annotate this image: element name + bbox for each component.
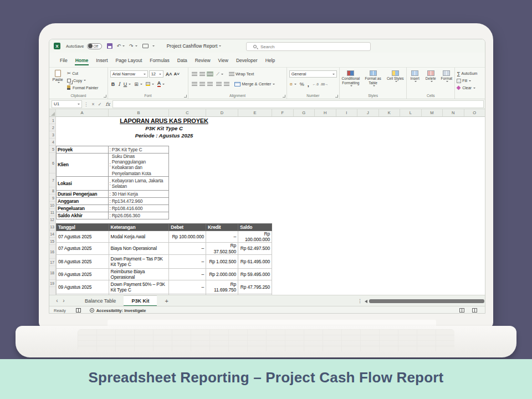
tab-home[interactable]: Home	[71, 58, 93, 67]
tab-help[interactable]: Help	[262, 58, 279, 67]
undo-icon[interactable]: ↶	[117, 43, 121, 49]
formula-input[interactable]	[112, 100, 484, 108]
tab-insert[interactable]: Insert	[92, 58, 111, 67]
sheet-grid[interactable]: 12345678910111213141516171819 LAPORAN AR…	[49, 117, 485, 295]
clipboard-dialog-launcher-icon[interactable]	[104, 95, 106, 98]
font-name-select[interactable]: Arial Narrow	[110, 70, 148, 78]
underline-icon[interactable]: U	[124, 81, 127, 87]
normal-view-icon[interactable]	[459, 308, 464, 313]
accounting-format-icon[interactable]: ¤	[290, 81, 293, 87]
name-box[interactable]: U1	[52, 100, 82, 108]
column-header-n[interactable]: N	[443, 109, 464, 116]
bottom-align-icon[interactable]	[207, 72, 213, 76]
cancel-entry-icon[interactable]: ×	[92, 101, 95, 107]
paste-button[interactable]: Paste	[49, 70, 66, 91]
orientation-icon[interactable]: ⟋	[216, 71, 219, 77]
column-header-m[interactable]: M	[422, 109, 443, 116]
document-title[interactable]: Project Cashflow Report	[167, 43, 222, 49]
column-header-l[interactable]: L	[400, 109, 422, 116]
tab-data[interactable]: Data	[173, 58, 191, 67]
row-header[interactable]: 17	[49, 259, 55, 266]
decrease-decimal-icon[interactable]: .00→	[320, 83, 328, 86]
column-header-h[interactable]: H	[315, 109, 336, 116]
sheet-tab-p3k-kit[interactable]: P3K Kit	[124, 295, 157, 306]
tab-review[interactable]: Review	[191, 58, 214, 67]
percent-icon[interactable]: %	[300, 81, 304, 87]
column-header-i[interactable]: I	[336, 109, 358, 116]
row-header[interactable]: 10	[49, 202, 55, 209]
grow-font-icon[interactable]: A˄	[166, 71, 172, 77]
qat-customize-icon[interactable]	[152, 45, 155, 47]
column-header-a[interactable]: A	[56, 109, 109, 116]
align-right-icon[interactable]	[207, 82, 213, 86]
row-header[interactable]: 2	[49, 124, 55, 131]
search-input[interactable]: Search	[246, 42, 371, 51]
tabbar-options-icon[interactable]: ⋮	[357, 298, 362, 304]
column-header-d[interactable]: D	[206, 109, 238, 116]
row-header[interactable]: 8	[49, 187, 55, 195]
top-align-icon[interactable]	[192, 72, 197, 76]
merge-center-label[interactable]: Merge & Center	[242, 81, 271, 86]
column-header-c[interactable]: C	[169, 109, 206, 116]
redo-icon[interactable]: ↷	[129, 43, 134, 49]
middle-align-icon[interactable]	[200, 72, 205, 76]
font-color-icon[interactable]: A	[157, 81, 161, 87]
row-header[interactable]: 14	[49, 231, 55, 238]
tab-developer[interactable]: Developer	[232, 58, 262, 67]
macro-record-icon[interactable]	[76, 308, 81, 313]
font-dialog-launcher-icon[interactable]	[184, 95, 187, 98]
autosave-toggle[interactable]: Off	[87, 43, 102, 49]
confirm-entry-icon[interactable]: ✓	[98, 101, 101, 107]
increase-indent-icon[interactable]	[224, 82, 229, 86]
new-sheet-button[interactable]: +	[165, 298, 168, 304]
row-header[interactable]: 4	[49, 139, 55, 146]
prev-sheet-icon[interactable]: ‹	[54, 298, 60, 304]
number-dialog-launcher-icon[interactable]	[335, 95, 338, 98]
tab-page-layout[interactable]: Page Layout	[112, 58, 146, 67]
fill-color-icon[interactable]	[146, 82, 150, 86]
fill-button[interactable]: ↓ Fill	[457, 77, 485, 84]
number-format-select[interactable]: General	[289, 70, 337, 78]
horizontal-scrollbar[interactable]	[369, 299, 484, 303]
column-header-b[interactable]: B	[109, 109, 169, 116]
row-header[interactable]: 12	[49, 216, 55, 223]
clear-button[interactable]: Clear	[457, 84, 485, 91]
wrap-text-label[interactable]: Wrap Text	[236, 71, 254, 76]
format-painter-button[interactable]: Format Painter	[66, 84, 98, 91]
accessibility-status[interactable]: Accessibility: Investigate	[96, 308, 146, 313]
tab-formulas[interactable]: Formulas	[146, 58, 173, 67]
merge-center-icon[interactable]	[234, 82, 241, 86]
row-header[interactable]: 7	[49, 173, 55, 187]
row-header[interactable]: 18	[49, 266, 55, 280]
column-header-j[interactable]: J	[357, 109, 379, 116]
comma-style-icon[interactable]: ,	[308, 81, 309, 88]
page-layout-view-icon[interactable]	[472, 308, 477, 313]
row-header[interactable]: 15	[49, 238, 55, 245]
sheet-tab-balance-table[interactable]: Balance Table	[77, 295, 124, 306]
tab-view[interactable]: View	[214, 58, 232, 67]
increase-decimal-icon[interactable]: ←.0	[313, 83, 319, 86]
column-header-k[interactable]: K	[379, 109, 401, 116]
select-all-corner[interactable]	[49, 109, 56, 116]
row-header[interactable]: 19	[49, 280, 55, 287]
shrink-font-icon[interactable]: A˅	[173, 71, 179, 76]
row-header[interactable]: 5	[49, 146, 55, 153]
alignment-dialog-launcher-icon[interactable]	[283, 95, 285, 98]
copy-button[interactable]: Copy	[66, 77, 98, 84]
column-header-o[interactable]: O	[464, 109, 485, 116]
row-header[interactable]: 1	[49, 117, 55, 124]
row-header[interactable]: 3	[49, 131, 55, 139]
row-header[interactable]: 16	[49, 245, 55, 259]
hscroll-left-arrow-icon[interactable]	[365, 300, 367, 303]
redo-chevron-icon[interactable]	[135, 45, 137, 47]
row-headers[interactable]: 12345678910111213141516171819	[49, 117, 56, 295]
row-header[interactable]: 13	[49, 223, 55, 231]
italic-icon[interactable]: I	[118, 81, 120, 87]
next-sheet-icon[interactable]: ›	[60, 298, 67, 304]
cut-button[interactable]: ✂ Cut	[66, 70, 98, 76]
align-center-icon[interactable]	[200, 82, 205, 86]
borders-icon[interactable]: ⊞	[134, 81, 139, 87]
wrap-text-icon[interactable]	[229, 72, 234, 76]
decrease-indent-icon[interactable]	[216, 82, 222, 86]
undo-chevron-icon[interactable]	[122, 45, 125, 47]
